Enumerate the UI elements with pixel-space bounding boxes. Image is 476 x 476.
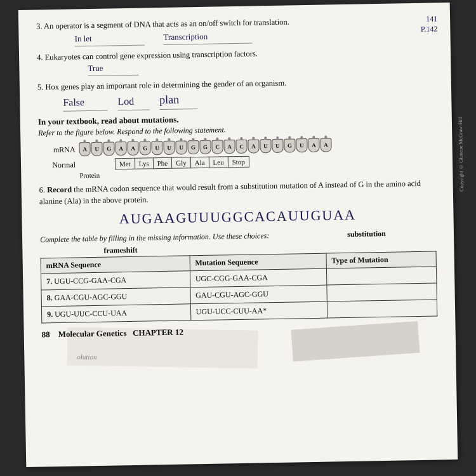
base-C: C — [211, 140, 223, 154]
mrna-label: mRNA — [43, 145, 75, 155]
q3-answer-1: In let — [74, 32, 144, 46]
q5-answer-plan: plan — [159, 91, 197, 110]
q5-written-1: False — [63, 95, 107, 110]
base-U4: U — [175, 140, 187, 154]
solution-text: olution — [77, 353, 96, 361]
footer-text: Molecular Genetics — [58, 328, 127, 339]
row2-mutation: GAU-CGU-AGC-GGU — [190, 285, 327, 304]
base-U3: U — [163, 141, 175, 155]
question-4: 4. Eukaryotes can control gene expressio… — [37, 45, 433, 77]
page-note: 141 P.142 — [421, 14, 438, 34]
base-U2: U — [151, 141, 162, 155]
protein-Ala: Ala — [190, 157, 209, 169]
substitution-choice: substitution — [347, 229, 386, 239]
row1-mutation: UGC-CGG-GAA-CGA — [190, 268, 326, 288]
protein-Gly: Gly — [171, 157, 191, 169]
base-U5: U — [260, 139, 271, 153]
q3-written-2: Transcription — [163, 30, 252, 43]
footer-chapter: CHAPTER 12 — [133, 327, 183, 338]
row1-mrna: 7. UGU-CCG-GAA-CGA — [41, 271, 190, 290]
row3-mrna: 9. UGU-UUC-CCU-UAA — [41, 304, 190, 323]
q5-answer-lod: Lod — [117, 94, 149, 110]
bottom-section: olution — [42, 343, 438, 350]
protein-Stop: Stop — [227, 156, 249, 168]
base-G3: G — [187, 140, 199, 154]
protein-Met: Met — [115, 158, 135, 170]
base-C2: C — [235, 140, 247, 154]
q6-bold: Record — [47, 185, 72, 195]
normal-label: Normal — [44, 160, 76, 170]
row3-type — [327, 300, 437, 318]
base-A4: A — [223, 140, 235, 154]
mutation-table: mRNA Sequence Mutation Sequence Type of … — [41, 251, 438, 324]
q3-number: 3. — [36, 22, 43, 30]
q4-number: 4. — [37, 53, 43, 62]
row2-type — [327, 283, 437, 301]
row3-mutation: UGU-UCC-CUU-AA* — [190, 301, 327, 321]
q6-answer: AUGAAGUUUGGCACAUUGUAA — [39, 206, 435, 229]
q5-written-2: Lod — [117, 94, 149, 109]
base-A6: A — [308, 138, 319, 152]
base-A5: A — [248, 139, 259, 153]
base-U6: U — [272, 139, 283, 153]
base-U7: U — [296, 138, 307, 152]
footer-page: 88 — [42, 329, 50, 339]
base-G4: G — [199, 140, 211, 154]
base-A3: A — [127, 142, 138, 155]
col3-header: Type of Mutation — [326, 251, 437, 268]
q3-text: An operator is a segment of DNA that act… — [44, 18, 289, 31]
mrna-bases: A U G A A G U U U G G C A C A U U G U A — [79, 138, 331, 156]
q5-written-3: plan — [159, 91, 197, 108]
sidebar-copyright: Copyright © Glencoe/McGraw-Hill — [458, 117, 465, 192]
base-A2: A — [115, 142, 126, 155]
base-U: U — [91, 142, 102, 156]
protein-Lys: Lys — [135, 157, 154, 169]
row2-mrna: 8. GAA-CGU-AGC-GGU — [41, 288, 190, 307]
row1-type — [326, 267, 437, 285]
mrna-diagram-block: mRNA A U G A A G U U U G G C A C A U U G — [43, 136, 435, 180]
frameshift-header: frameshift — [103, 246, 138, 256]
q3-answer-2: Transcription — [163, 30, 252, 45]
q5-number: 5. — [37, 83, 44, 92]
base-G: G — [103, 142, 114, 155]
question-3: 3. An operator is a segment of DNA that … — [36, 15, 433, 48]
q3-written-1: In let — [74, 32, 144, 44]
base-G5: G — [284, 138, 295, 152]
worksheet-page: 141 P.142 Copyright © Glencoe/McGraw-Hil… — [18, 3, 458, 467]
q6-number: 6. — [39, 185, 46, 194]
protein-Leu: Leu — [208, 156, 228, 168]
question-6: 6. Record the mRNA codon sequence that w… — [39, 178, 436, 208]
protein-cells: Met Lys Phe Gly Ala Leu Stop — [115, 156, 249, 170]
q5-answer-false: False — [63, 95, 107, 112]
base-G2: G — [139, 141, 150, 155]
q6-text: the mRNA codon sequence that would resul… — [39, 179, 421, 206]
base-A7: A — [320, 138, 331, 152]
question-5: 5. Hox genes play an important role in d… — [37, 76, 434, 112]
q4-text: Eukaryotes can control gene expression u… — [44, 49, 258, 62]
base-A: A — [79, 142, 90, 156]
protein-Phe: Phe — [152, 157, 172, 169]
